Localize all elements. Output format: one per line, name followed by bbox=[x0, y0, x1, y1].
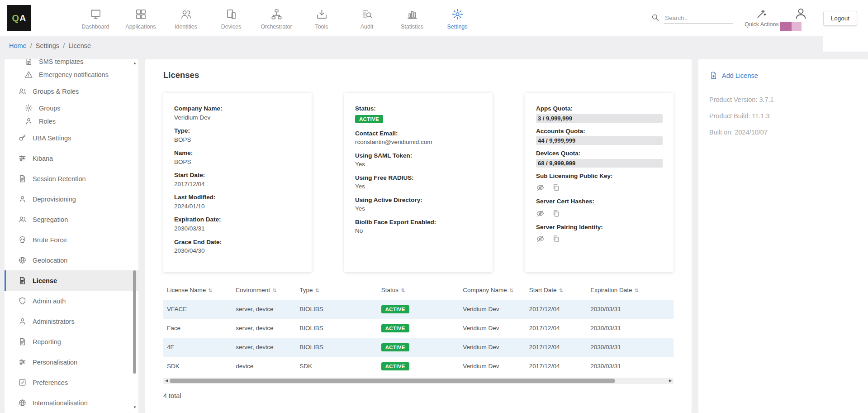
sidebar-item-label: Brute Force bbox=[33, 236, 67, 244]
topbar-right: Quick Actions Logout bbox=[651, 5, 857, 31]
sidebar-item-deprovisioning[interactable]: Deprovisioning bbox=[5, 189, 138, 209]
sidebar-item-sms-templates[interactable]: SMS templates bbox=[5, 59, 138, 68]
sidebar-item-groups[interactable]: Groups bbox=[5, 101, 138, 115]
field-value: 2024/01/10 bbox=[174, 202, 301, 211]
audit-icon bbox=[361, 8, 373, 20]
search-input[interactable] bbox=[664, 13, 733, 24]
theme-swatch bbox=[780, 22, 802, 31]
h-scrollbar-thumb[interactable] bbox=[170, 379, 615, 383]
nav-item-identities[interactable]: Identities bbox=[166, 6, 205, 30]
logo[interactable]: Q A bbox=[7, 5, 31, 31]
column-header-license-name[interactable]: License Name⇅ bbox=[163, 283, 232, 300]
field-value: 2030/04/30 bbox=[174, 247, 301, 255]
logout-button[interactable]: Logout bbox=[823, 11, 857, 26]
field-label: Expiration Date: bbox=[174, 216, 301, 224]
sort-icon[interactable]: ⇅ bbox=[208, 288, 212, 293]
nav-item-tools[interactable]: Tools bbox=[302, 6, 341, 30]
wand-icon bbox=[756, 9, 767, 19]
field-label: Last Modified: bbox=[174, 193, 301, 202]
sidebar-item-label: Roles bbox=[39, 118, 56, 125]
sort-icon[interactable]: ⇅ bbox=[509, 288, 513, 293]
sidebar-item-administrators[interactable]: Administrators bbox=[5, 311, 138, 331]
column-label: Status bbox=[381, 287, 398, 293]
sidebar-scrollbar-thumb[interactable] bbox=[133, 270, 136, 374]
breadcrumb-home[interactable]: Home bbox=[9, 42, 27, 49]
sidebar-item-kibana[interactable]: Kibana bbox=[5, 148, 138, 168]
copy-icon[interactable] bbox=[552, 209, 560, 218]
nav-item-applications[interactable]: Applications bbox=[121, 6, 160, 30]
breadcrumb: Home / Settings / License bbox=[0, 36, 868, 55]
person-icon bbox=[18, 317, 27, 326]
product-version: Product Version: 3.7.1 bbox=[709, 96, 857, 103]
license-row-sdk[interactable]: SDK device SDK ACTIVE Veridium Dev 2017/… bbox=[163, 357, 674, 376]
field-label: Contact Email: bbox=[355, 130, 482, 138]
nav-item-label: Dashboard bbox=[81, 24, 109, 30]
search-icon[interactable] bbox=[651, 13, 659, 22]
sidebar-item-roles[interactable]: Roles bbox=[5, 115, 138, 128]
sort-icon[interactable]: ⇅ bbox=[272, 288, 276, 293]
nav-item-statistics[interactable]: Statistics bbox=[393, 6, 432, 30]
nav-item-orchestrator[interactable]: Orchestrator bbox=[257, 6, 296, 30]
nav-item-audit[interactable]: Audit bbox=[347, 6, 386, 30]
sidebar-item-preferences[interactable]: Preferences bbox=[5, 372, 138, 393]
product-build: Product Build: 11.1.3 bbox=[709, 112, 857, 120]
avatar-icon[interactable] bbox=[794, 6, 808, 20]
nav-item-devices[interactable]: Devices bbox=[212, 6, 251, 30]
sidebar-item-reporting[interactable]: Reporting bbox=[5, 331, 138, 352]
sidebar-item-geolocation[interactable]: Geolocation bbox=[5, 250, 138, 270]
user-menu[interactable] bbox=[791, 5, 811, 31]
sidebar-item-internationalisation[interactable]: Internationalisation bbox=[5, 393, 138, 413]
column-header-type[interactable]: Type⇅ bbox=[296, 283, 377, 300]
column-header-expiration-date[interactable]: Expiration Date⇅ bbox=[587, 283, 674, 300]
add-license-button[interactable]: Add License bbox=[709, 71, 857, 80]
secret-server-pairing-identity: Server Pairing Identity: bbox=[536, 223, 663, 244]
license-info-card: Company Name: Veridium Dev Type: BOPS Na… bbox=[163, 93, 312, 272]
eye-off-icon[interactable] bbox=[536, 209, 545, 218]
sort-icon[interactable]: ⇅ bbox=[559, 288, 563, 293]
table-h-scrollbar[interactable] bbox=[163, 378, 674, 384]
licenses-table: License Name⇅ Environment⇅ Type⇅ bbox=[163, 283, 674, 376]
license-row-vface[interactable]: VFACE server, device BIOLIBS ACTIVE Veri… bbox=[163, 300, 674, 319]
sidebar-item-session-retention[interactable]: Session Retention bbox=[5, 168, 138, 189]
sidebar-item-label: License bbox=[33, 277, 57, 284]
quick-actions-button[interactable]: Quick Actions bbox=[745, 9, 779, 28]
breadcrumb-license: License bbox=[68, 42, 91, 49]
scroll-left-icon[interactable] bbox=[164, 378, 169, 384]
column-header-company-name[interactable]: Company Name⇅ bbox=[459, 283, 526, 300]
sidebar-item-segregation[interactable]: Segregation bbox=[5, 209, 138, 230]
quota-apps-quota: Apps Quota: 3 / 9,999,999 bbox=[536, 105, 663, 123]
eye-off-icon[interactable] bbox=[536, 235, 545, 243]
sidebar-item-personalisation[interactable]: Personalisation bbox=[5, 352, 138, 372]
sidebar-item-uba-settings[interactable]: UBA Settings bbox=[5, 128, 138, 148]
scroll-up-icon[interactable] bbox=[132, 60, 138, 67]
sidebar-item-license[interactable]: License bbox=[5, 270, 138, 291]
devices-icon bbox=[225, 8, 237, 20]
sidebar-scrollbar[interactable] bbox=[132, 59, 138, 413]
scroll-right-icon[interactable] bbox=[668, 378, 673, 384]
field-contact-email: Contact Email: rconstantin@veridiumid.co… bbox=[355, 130, 482, 146]
sort-icon[interactable]: ⇅ bbox=[315, 288, 319, 293]
field-label: Using Free RADIUS: bbox=[355, 174, 482, 182]
column-header-start-date[interactable]: Start Date⇅ bbox=[526, 283, 587, 300]
scroll-down-icon[interactable] bbox=[132, 404, 138, 411]
license-row-face[interactable]: Face server, device BIOLIBS ACTIVE Verid… bbox=[163, 319, 674, 338]
cell-expiration-date: 2030/03/31 bbox=[587, 319, 674, 338]
nav-item-settings[interactable]: Settings bbox=[438, 6, 477, 30]
column-header-status[interactable]: Status⇅ bbox=[378, 283, 459, 300]
sort-icon[interactable]: ⇅ bbox=[401, 288, 405, 293]
nav-item-dashboard[interactable]: Dashboard bbox=[76, 6, 115, 30]
sidebar-item-groups-roles[interactable]: Groups & Roles bbox=[5, 81, 138, 101]
eye-off-icon[interactable] bbox=[536, 183, 545, 192]
sort-icon[interactable]: ⇅ bbox=[635, 288, 639, 293]
copy-icon[interactable] bbox=[552, 183, 560, 192]
nav-item-label: Orchestrator bbox=[261, 24, 292, 30]
sidebar-item-brute-force[interactable]: Brute Force bbox=[5, 230, 138, 250]
copy-icon[interactable] bbox=[552, 235, 560, 243]
doc-icon bbox=[18, 174, 27, 183]
sidebar-item-admin-auth[interactable]: Admin auth bbox=[5, 291, 138, 311]
column-header-environment[interactable]: Environment⇅ bbox=[232, 283, 296, 300]
field-start-date: Start Date: 2017/12/04 bbox=[174, 171, 301, 188]
license-row-4f[interactable]: 4F server, device BIOLIBS ACTIVE Veridiu… bbox=[163, 338, 674, 357]
sidebar-item-emergency-notifications[interactable]: Emergency notifications bbox=[5, 68, 138, 81]
cell-company-name: Veridium Dev bbox=[459, 357, 526, 376]
